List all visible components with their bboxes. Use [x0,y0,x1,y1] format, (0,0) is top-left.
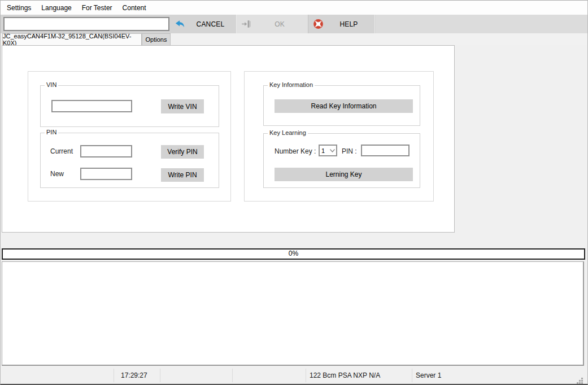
exit-door-icon [242,20,251,28]
key-learning-group: Key Learning Number Key : 1 PIN : Lernin… [263,133,420,188]
write-vin-button[interactable]: Write VIN [161,99,204,113]
tab-options[interactable]: Options [142,33,171,45]
status-device: 122 Bcm PSA NXP N/A [310,371,380,379]
status-server: Server 1 [416,371,441,379]
vin-group: VIN Write VIN [40,85,219,127]
key-information-legend: Key Information [268,81,315,88]
read-key-information-button[interactable]: Read Key Information [275,99,413,113]
status-divider [160,369,160,382]
cancel-button[interactable]: CANCEL [170,15,237,33]
lifebuoy-icon [313,19,323,29]
ok-button-label: OK [251,20,308,28]
chevron-down-icon [329,149,336,152]
status-divider [232,369,233,382]
key-learning-legend: Key Learning [268,129,308,136]
new-pin-label: New [50,170,64,178]
content-panel: VIN Write VIN PIN Current Verify PIN New… [2,45,455,233]
menu-bar: Settings Language For Tester Content [1,1,587,15]
number-key-value: 1 [320,147,329,154]
help-button-label: HELP [323,20,374,28]
key-information-group: Key Information Read Key Information [263,85,420,126]
undo-arrow-icon [175,20,185,28]
status-divider [306,369,306,382]
command-input[interactable] [3,17,169,31]
learning-pin-label: PIN : [342,147,357,155]
toolbar: CANCEL OK [1,15,587,33]
learning-key-button[interactable]: Lerning Key [275,168,413,181]
learning-pin-input[interactable] [361,145,410,156]
status-divider [412,369,412,382]
menu-content[interactable]: Content [117,3,151,13]
vin-input[interactable] [51,100,132,112]
app-window: Settings Language For Tester Content CAN… [0,0,588,385]
status-bar: 17:29:27 122 Bcm PSA NXP N/A Server 1 [1,366,587,384]
pin-group: PIN Current Verify PIN New Write PIN [40,133,219,188]
menu-for-tester[interactable]: For Tester [77,3,117,13]
menu-language[interactable]: Language [36,3,76,13]
write-pin-button[interactable]: Write PIN [161,168,204,182]
cancel-button-label: CANCEL [185,20,236,28]
status-time: 17:29:27 [121,371,147,379]
ok-button[interactable]: OK [237,15,308,33]
number-key-select[interactable]: 1 [319,145,337,156]
current-pin-label: Current [50,147,73,155]
progress-bar: 0% [2,248,585,260]
resize-grip-icon[interactable] [577,378,578,379]
toolbar-spacer [376,15,587,33]
progress-label: 0% [3,250,584,259]
tab-module[interactable]: JC_easyCAN4F1M-32_95128_CAN(BSI04EV-K0X) [2,33,142,45]
new-pin-input[interactable] [80,168,132,180]
vin-group-legend: VIN [45,81,58,88]
log-output[interactable] [2,261,584,366]
help-button[interactable]: HELP [308,15,375,33]
status-divider [114,369,114,382]
right-group-box: Key Information Read Key Information Key… [244,71,434,202]
pin-group-legend: PIN [45,129,58,135]
current-pin-input[interactable] [80,145,132,158]
tab-bar: JC_easyCAN4F1M-32_95128_CAN(BSI04EV-K0X)… [1,33,587,45]
verify-pin-button[interactable]: Verify PIN [161,145,204,159]
menu-settings[interactable]: Settings [2,3,36,13]
number-key-label: Number Key : [275,147,316,155]
left-group-box: VIN Write VIN PIN Current Verify PIN New… [28,71,231,202]
